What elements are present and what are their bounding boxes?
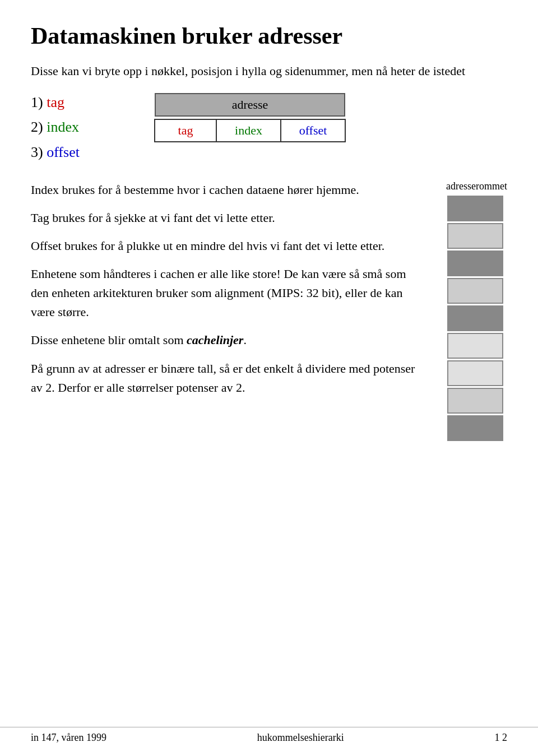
footer-center: hukommelseshierarki <box>257 732 344 744</box>
sidebar-rows <box>447 196 503 443</box>
sidebar-row-2 <box>447 223 503 249</box>
list-label-index: index <box>47 119 79 135</box>
list-prefix-1: 1) <box>31 94 47 110</box>
list-item-3: 3) offset <box>31 140 120 165</box>
sidebar-label: adresserommet <box>443 180 507 192</box>
address-top-row: adresse <box>154 93 346 117</box>
sidebar-row-5 <box>447 305 503 331</box>
sidebar-row-7 <box>447 360 503 386</box>
list-prefix-3: 3) <box>31 144 47 160</box>
address-diagram: adresse tag index offset <box>154 93 346 142</box>
main-content: Index brukes for å bestemme hvor i cache… <box>31 180 507 443</box>
page-title: Datamaskinen bruker adresser <box>31 22 507 49</box>
paragraph-5-italic: cachelinjer <box>187 333 243 347</box>
sidebar-row-1 <box>447 196 503 221</box>
paragraph-5-prefix: Disse enhetene blir omtalt som <box>31 333 187 347</box>
sidebar-row-3 <box>447 251 503 276</box>
list-prefix-2: 2) <box>31 119 47 135</box>
paragraph-1: Index brukes for å bestemme hvor i cache… <box>31 180 426 200</box>
sidebar-row-6 <box>447 333 503 359</box>
footer-left: in 147, våren 1999 <box>31 732 106 744</box>
paragraph-5: Disse enhetene blir omtalt som cachelinj… <box>31 331 426 350</box>
footer-right: 1 2 <box>494 732 507 744</box>
address-tag-box: tag <box>154 119 217 142</box>
paragraph-4: Enhetene som håndteres i cachen er alle … <box>31 265 426 322</box>
subtitle-text: Disse kan vi bryte opp i nøkkel, posisjo… <box>31 62 507 80</box>
paragraph-6: På grunn av at adresser er binære tall, … <box>31 359 426 397</box>
sidebar-row-8 <box>447 388 503 414</box>
list-item-1: 1) tag <box>31 90 120 115</box>
sidebar-row-9 <box>447 415 503 441</box>
paragraph-3: Offset brukes for å plukke ut en mindre … <box>31 236 426 256</box>
list-diagram-section: 1) tag 2) index 3) offset adresse tag in… <box>31 90 507 165</box>
list-label-tag: tag <box>47 94 64 110</box>
paragraph-5-suffix: . <box>243 333 247 347</box>
list-item-2: 2) index <box>31 115 120 140</box>
numbered-list: 1) tag 2) index 3) offset <box>31 90 120 165</box>
sidebar-row-4 <box>447 278 503 304</box>
address-offset-box: offset <box>281 119 346 142</box>
address-bottom-row: tag index offset <box>154 119 346 142</box>
sidebar-diagram: adresserommet <box>443 180 507 443</box>
address-full-box: adresse <box>155 93 345 117</box>
list-label-offset: offset <box>47 144 80 160</box>
text-column: Index brukes for å bestemme hvor i cache… <box>31 180 443 406</box>
paragraph-2: Tag brukes for å sjekke at vi fant det v… <box>31 208 426 228</box>
footer: in 147, våren 1999 hukommelseshierarki 1… <box>0 727 538 744</box>
address-index-box: index <box>217 119 281 142</box>
